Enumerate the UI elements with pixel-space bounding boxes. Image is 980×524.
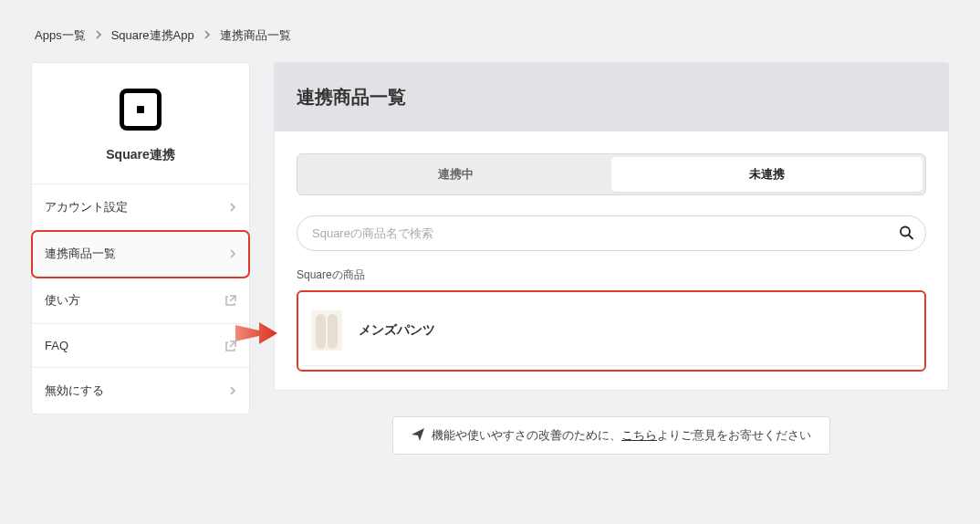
sidebar-item-label: FAQ	[45, 339, 68, 352]
search-input[interactable]	[297, 215, 926, 251]
feedback-prefix: 機能や使いやすさの改善のために、	[432, 428, 621, 442]
sidebar: Square連携 アカウント設定連携商品一覧使い方FAQ無効にする	[31, 62, 250, 414]
tab-1[interactable]: 未連携	[611, 157, 923, 192]
panel-header: 連携商品一覧	[275, 63, 948, 131]
feedback-link[interactable]: こちら	[621, 428, 657, 442]
main: 連携商品一覧 連携中未連携 Squareの商品	[274, 62, 949, 455]
chevron-right-icon	[229, 385, 236, 396]
product-list-highlight: メンズパンツ	[297, 290, 926, 372]
tab-0[interactable]: 連携中	[300, 157, 611, 192]
external-link-icon	[225, 295, 236, 306]
svg-line-1	[230, 341, 235, 347]
sidebar-item-2[interactable]: 使い方	[32, 278, 249, 324]
sidebar-item-label: アカウント設定	[45, 199, 128, 215]
svg-line-0	[230, 296, 235, 301]
square-logo-icon	[120, 89, 162, 131]
search-icon	[899, 228, 913, 242]
chevron-right-icon	[203, 30, 211, 41]
breadcrumb-apps[interactable]: Apps一覧	[35, 27, 86, 44]
external-link-icon	[225, 341, 236, 351]
chevron-right-icon	[95, 30, 102, 41]
breadcrumb: Apps一覧 Square連携App 連携商品一覧	[35, 27, 949, 44]
svg-line-3	[909, 235, 912, 238]
feedback-suffix: よりご意見をお寄せください	[657, 428, 811, 442]
product-thumbnail	[311, 310, 342, 351]
paper-plane-icon	[412, 428, 424, 444]
product-name: メンズパンツ	[359, 322, 435, 339]
sidebar-item-label: 無効にする	[45, 383, 104, 399]
sidebar-item-label: 連携商品一覧	[45, 246, 116, 262]
feedback-bar: 機能や使いやすさの改善のために、こちらよりご意見をお寄せください	[392, 416, 830, 455]
sidebar-item-3[interactable]: FAQ	[32, 324, 249, 368]
sidebar-item-label: 使い方	[45, 292, 80, 309]
chevron-right-icon	[229, 202, 236, 213]
chevron-right-icon	[229, 248, 236, 259]
sidebar-header: Square連携	[32, 63, 249, 184]
sidebar-title: Square連携	[32, 147, 249, 163]
sidebar-item-4[interactable]: 無効にする	[32, 368, 249, 414]
panel: 連携商品一覧 連携中未連携 Squareの商品	[274, 62, 949, 391]
search	[297, 215, 926, 251]
sidebar-item-1[interactable]: 連携商品一覧	[32, 231, 249, 278]
tabs: 連携中未連携	[297, 153, 926, 195]
products-section-label: Squareの商品	[297, 267, 926, 283]
search-button[interactable]	[893, 219, 919, 247]
sidebar-items: アカウント設定連携商品一覧使い方FAQ無効にする	[32, 184, 249, 414]
product-row[interactable]: メンズパンツ	[302, 296, 921, 366]
sidebar-item-0[interactable]: アカウント設定	[32, 184, 249, 231]
breadcrumb-square-app[interactable]: Square連携App	[111, 27, 194, 44]
page-title: 連携商品一覧	[297, 85, 926, 110]
breadcrumb-current: 連携商品一覧	[220, 27, 291, 44]
